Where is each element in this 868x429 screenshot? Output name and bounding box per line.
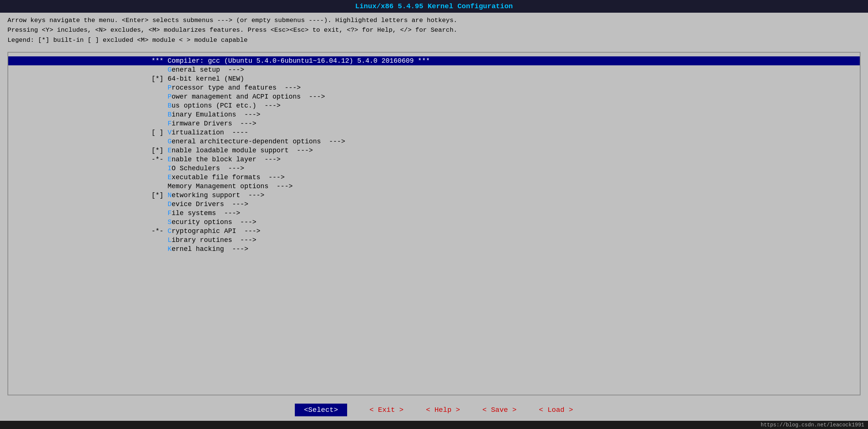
- help-button[interactable]: < Help >: [426, 406, 460, 414]
- hotkey-letter: D: [167, 200, 172, 208]
- bottom-bar: <Select> < Exit > < Help > < Save > < Lo…: [0, 399, 868, 421]
- hotkey-letter: B: [167, 102, 172, 109]
- hotkey-letter: K: [167, 245, 172, 253]
- hotkey-letter: E: [167, 174, 172, 181]
- menu-item-networking-support[interactable]: [*] Networking support --->: [8, 191, 860, 200]
- menu-item-file-systems[interactable]: File systems --->: [8, 209, 860, 218]
- menu-item-enable-loadable[interactable]: [*] Enable loadable module support --->: [8, 146, 860, 155]
- menu-item-general-arch[interactable]: General architecture-dependent options -…: [8, 137, 860, 146]
- hotkey-letter: C: [167, 227, 172, 235]
- exit-button[interactable]: < Exit >: [370, 406, 404, 414]
- url-text: https://blog.csdn.net/leacock1991: [761, 422, 864, 428]
- select-button[interactable]: <Select>: [295, 404, 347, 416]
- instruction-line1: Arrow keys navigate the menu. <Enter> se…: [7, 16, 861, 25]
- menu-item-memory-management[interactable]: Memory Management options --->: [8, 182, 860, 191]
- menu-item-binary-emulations[interactable]: Binary Emulations --->: [8, 110, 860, 119]
- menu-item-io-schedulers[interactable]: IO Schedulers --->: [8, 164, 860, 173]
- instructions-panel: Arrow keys navigate the menu. <Enter> se…: [0, 13, 868, 48]
- hotkey-letter: E: [167, 147, 172, 154]
- hotkey-letter: G: [167, 66, 172, 74]
- main-area: *** Compiler: gcc (Ubuntu 5.4.0-6ubuntu1…: [0, 48, 868, 399]
- menu-item-cryptographic-api[interactable]: -*- Cryptographic API --->: [8, 227, 860, 236]
- instruction-line2: Pressing <Y> includes, <N> excludes, <M>…: [7, 25, 861, 35]
- page-title: Linux/x86 5.4.95 Kernel Configuration: [355, 2, 513, 10]
- menu-item-virtualization[interactable]: [ ] Virtualization ----: [8, 128, 860, 137]
- hotkey-letter: G: [167, 138, 172, 145]
- title-bar: Linux/x86 5.4.95 Kernel Configuration: [0, 0, 868, 13]
- hotkey-letter: S: [167, 218, 172, 226]
- menu-container[interactable]: *** Compiler: gcc (Ubuntu 5.4.0-6ubuntu1…: [7, 52, 861, 395]
- menu-item-enable-block[interactable]: -*- Enable the block layer --->: [8, 155, 860, 164]
- menu-item-general-setup[interactable]: General setup --->: [8, 65, 860, 74]
- hotkey-letter: E: [167, 156, 172, 163]
- instruction-line3: Legend: [*] built-in [ ] excluded <M> mo…: [7, 35, 861, 45]
- menu-item-compiler[interactable]: *** Compiler: gcc (Ubuntu 5.4.0-6ubuntu1…: [8, 56, 860, 65]
- menu-item-firmware-drivers[interactable]: Firmware Drivers --->: [8, 119, 860, 128]
- hotkey-letter: V: [167, 129, 172, 136]
- menu-item-device-drivers[interactable]: Device Drivers --->: [8, 200, 860, 209]
- hotkey-letter: F: [167, 120, 172, 127]
- hotkey-letter: N: [167, 192, 172, 199]
- save-button[interactable]: < Save >: [482, 406, 516, 414]
- hotkey-letter: P: [167, 84, 172, 91]
- menu-item-bus-options[interactable]: Bus options (PCI etc.) --->: [8, 101, 860, 110]
- hotkey-letter: P: [167, 93, 172, 100]
- load-button[interactable]: < Load >: [539, 406, 573, 414]
- menu-item-kernel-hacking[interactable]: Kernel hacking --->: [8, 245, 860, 254]
- menu-item-executable-formats[interactable]: Executable file formats --->: [8, 173, 860, 182]
- menu-item-security-options[interactable]: Security options --->: [8, 218, 860, 227]
- hotkey-letter: I: [167, 165, 172, 172]
- hotkey-letter: F: [167, 209, 172, 217]
- url-bar: https://blog.csdn.net/leacock1991: [0, 421, 868, 429]
- menu-item-processor-type[interactable]: Processor type and features --->: [8, 83, 860, 92]
- menu-item-library-routines[interactable]: Library routines --->: [8, 236, 860, 245]
- menu-item-power-management[interactable]: Power management and ACPI options --->: [8, 92, 860, 101]
- hotkey-letter: B: [167, 111, 172, 118]
- menu-item-64bit-kernel[interactable]: [*] 64-bit kernel (NEW): [8, 74, 860, 83]
- hotkey-letter: L: [167, 236, 172, 244]
